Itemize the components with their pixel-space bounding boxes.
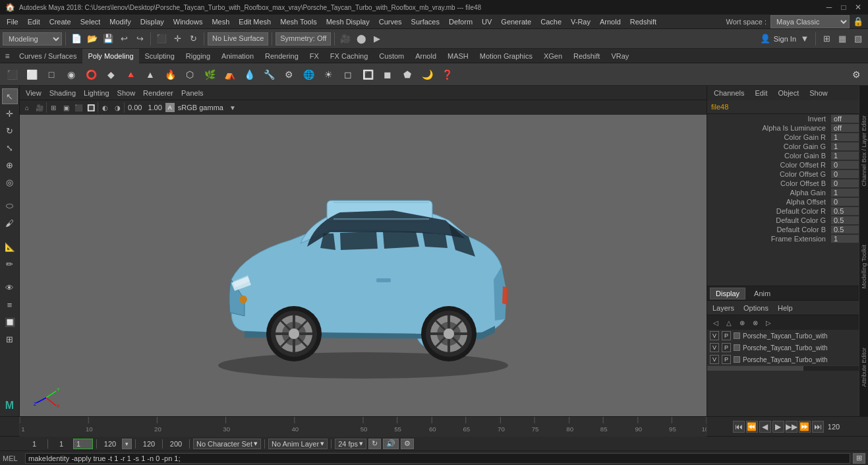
mode-dropdown[interactable]: Modeling <box>3 32 62 46</box>
menu-uv[interactable]: UV <box>478 16 496 27</box>
layer-v-2[interactable]: V <box>710 343 719 352</box>
shelf-icon-16[interactable]: 🌐 <box>299 65 318 84</box>
no-anim-layer-dropdown[interactable]: No Anim Layer ▾ <box>268 439 328 449</box>
channel-row-1[interactable]: Alpha Is Luminanceoff <box>707 123 868 133</box>
options-menu[interactable]: Options <box>741 303 771 313</box>
panel-icon[interactable]: ▧ <box>851 32 865 46</box>
scale-tool[interactable]: ⤡ <box>2 140 18 156</box>
help-menu[interactable]: Help <box>775 303 796 313</box>
tab-sculpting[interactable]: Sculpting <box>140 49 180 63</box>
tab-xgen[interactable]: XGen <box>538 49 567 63</box>
tab-animation[interactable]: Animation <box>216 49 259 63</box>
channel-row-10[interactable]: Default Color R0.5 <box>707 206 868 216</box>
menu-edit-mesh[interactable]: Edit Mesh <box>235 16 275 27</box>
maximize-button[interactable]: □ <box>839 3 848 12</box>
symmetry-btn[interactable]: Symmetry: Off <box>275 32 331 46</box>
shelf-icon-2[interactable]: ⬜ <box>22 65 41 84</box>
menu-select[interactable]: Select <box>76 16 105 27</box>
layer-p-1[interactable]: P <box>722 331 731 340</box>
shelf-icon-20[interactable]: ◼ <box>378 65 397 84</box>
vp-icon-grid[interactable]: ⊞ <box>47 102 59 113</box>
shelf-icon-17[interactable]: ☀ <box>319 65 337 84</box>
shelf-icon-9[interactable]: 🔥 <box>161 65 179 84</box>
channel-row-11[interactable]: Default Color G0.5 <box>707 216 868 225</box>
menu-arnold[interactable]: Arnold <box>596 16 625 27</box>
new-icon[interactable]: 📄 <box>69 32 84 46</box>
shelf-icon-7[interactable]: 🔺 <box>121 65 140 84</box>
tab-rendering[interactable]: Rendering <box>260 49 304 63</box>
minimize-button[interactable]: ─ <box>825 3 834 12</box>
next-frame-btn[interactable]: ⏩ <box>799 421 811 433</box>
move-icon[interactable]: ✛ <box>170 32 185 46</box>
vp-icon-ao[interactable]: ◑ <box>111 102 123 113</box>
menu-edit[interactable]: Edit <box>24 16 44 27</box>
tab-redshift[interactable]: Redshift <box>568 49 605 63</box>
grid-snap-tool[interactable]: ⊞ <box>2 331 18 347</box>
tab-custom[interactable]: Custom <box>374 49 409 63</box>
snap-tool[interactable]: 🔲 <box>2 314 18 330</box>
menu-generate[interactable]: Generate <box>497 16 535 27</box>
go-start-btn[interactable]: ⏮ <box>733 421 745 433</box>
shelf-icon-13[interactable]: 💧 <box>240 65 258 84</box>
end-frame-btn[interactable]: ▾ <box>122 439 132 449</box>
channel-row-8[interactable]: Alpha Gain1 <box>707 188 868 197</box>
layer-icon-5[interactable]: ▷ <box>763 317 774 328</box>
cmd-submit-btn[interactable]: ⊞ <box>853 453 865 464</box>
shelf-icon-15[interactable]: ⚙ <box>279 65 298 84</box>
layer-icon-4[interactable]: ⊗ <box>749 317 761 328</box>
tab-fx-caching[interactable]: FX Caching <box>325 49 373 63</box>
frame-field[interactable]: 1 <box>73 439 93 449</box>
shelf-icon-3[interactable]: □ <box>42 65 61 84</box>
loop-btn[interactable]: ↻ <box>368 439 381 449</box>
tab-object[interactable]: Object <box>774 88 803 98</box>
vp-menu-lighting[interactable]: Lighting <box>80 88 113 98</box>
tab-poly-modeling[interactable]: Poly Modeling <box>82 49 138 63</box>
menu-file[interactable]: File <box>3 16 22 27</box>
transform-tool[interactable]: ⊕ <box>2 157 18 173</box>
open-icon[interactable]: 📂 <box>85 32 100 46</box>
outliner-tool[interactable]: ≡ <box>2 297 18 313</box>
shelf-icon-5[interactable]: ⭕ <box>82 65 100 84</box>
channel-row-3[interactable]: Color Gain G1 <box>707 142 868 151</box>
fps-dropdown[interactable]: 24 fps ▾ <box>335 439 366 449</box>
menu-vray[interactable]: V-Ray <box>567 16 594 27</box>
no-char-set-dropdown[interactable]: No Character Set ▾ <box>193 439 261 449</box>
tab-display[interactable]: Display <box>710 288 745 299</box>
vp-menu-panels[interactable]: Panels <box>178 88 207 98</box>
timeline-ruler[interactable]: 1 10 20 30 40 50 55 60 65 70 75 80 85 <box>20 417 707 437</box>
menu-surfaces[interactable]: Surfaces <box>407 16 444 27</box>
channel-row-2[interactable]: Color Gain R1 <box>707 133 868 142</box>
redo-icon[interactable]: ↪ <box>132 32 147 46</box>
shelf-icon-10[interactable]: ⬡ <box>181 65 199 84</box>
menu-mesh[interactable]: Mesh <box>208 16 233 27</box>
tab-vray[interactable]: VRay <box>606 49 634 63</box>
channel-row-4[interactable]: Color Gain B1 <box>707 151 868 160</box>
tab-show[interactable]: Show <box>805 88 832 98</box>
shelf-icon-8[interactable]: ▲ <box>141 65 159 84</box>
vp-icon-shadow[interactable]: ◐ <box>99 102 111 113</box>
workspace-dropdown[interactable]: Maya Classic <box>770 15 850 28</box>
menu-modify[interactable]: Modify <box>105 16 134 27</box>
channel-row-7[interactable]: Color Offset B0 <box>707 179 868 188</box>
select-tool[interactable]: ↖ <box>2 88 18 104</box>
shelf-icon-14[interactable]: 🔧 <box>260 65 278 84</box>
no-live-surface-btn[interactable]: No Live Surface <box>208 32 268 46</box>
shelf-icon-1[interactable]: ⬛ <box>3 65 21 84</box>
rotate-tool[interactable]: ↻ <box>2 123 18 139</box>
measure-tool[interactable]: 📐 <box>2 239 18 255</box>
vp-icon-solid[interactable]: ⬛ <box>72 102 84 113</box>
channel-row-13[interactable]: Frame Extension1 <box>707 234 868 243</box>
save-icon[interactable]: 💾 <box>101 32 115 46</box>
tab-edit[interactable]: Edit <box>751 88 771 98</box>
settings-btn[interactable]: ⚙ <box>401 439 414 449</box>
vp-icon-texture[interactable]: 🔳 <box>85 102 97 113</box>
layer-p-3[interactable]: P <box>722 355 731 364</box>
dropdown-icon[interactable]: ▼ <box>797 32 812 46</box>
command-input[interactable] <box>25 453 850 464</box>
tab-curves-surfaces[interactable]: Curves / Surfaces <box>14 49 82 63</box>
shelf-settings-icon[interactable]: ⚙ <box>847 65 865 84</box>
tab-arnold[interactable]: Arnold <box>410 49 442 63</box>
prev-frame-btn[interactable]: ⏪ <box>746 421 758 433</box>
select-icon[interactable]: ⬛ <box>154 32 169 46</box>
rotate-icon[interactable]: ↻ <box>186 32 200 46</box>
